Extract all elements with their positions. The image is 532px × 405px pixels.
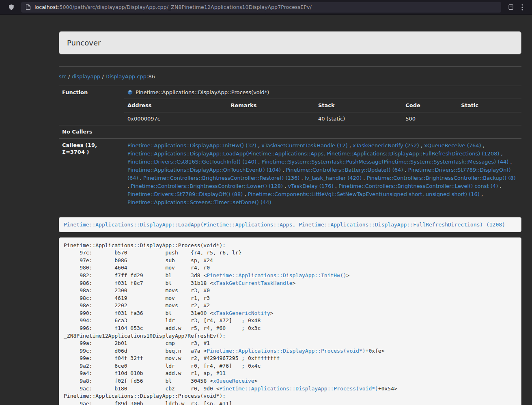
stats-header-remarks: Remarks: [228, 99, 315, 112]
stats-header-static: Static: [458, 99, 521, 112]
breadcrumb-line-number: :86: [146, 73, 155, 80]
breadcrumb-link-file[interactable]: DisplayApp.cpp: [106, 73, 146, 80]
callee-link[interactable]: Pinetime::Controllers::BrightnessControl…: [143, 175, 299, 181]
callee-separator: ,: [138, 175, 143, 181]
callee-separator: ,: [508, 159, 512, 165]
url-bar[interactable]: localhost:5000/path/src/displayapp/Displ…: [21, 2, 501, 13]
stats-value-static: [458, 112, 521, 125]
assembly-symbol-link[interactable]: xTaskGenericNotify: [213, 310, 270, 316]
callee-link[interactable]: xTaskGenericNotify (252): [353, 142, 419, 149]
function-row-label: Function: [59, 86, 124, 125]
assembly-symbol-link[interactable]: xQueueReceive: [213, 378, 254, 384]
callee-link[interactable]: Pinetime::Controllers::BrightnessControl…: [338, 183, 498, 189]
content-container: Puncover src / displayapp / DisplayApp.c…: [59, 15, 521, 405]
stats-value-address: 0x0000097c: [124, 112, 228, 125]
function-icon: [127, 90, 133, 95]
function-title-line: Pinetime::Applications::DisplayApp::Proc…: [124, 86, 521, 99]
shield-icon: [9, 4, 14, 10]
url-text: localhost:5000/path/src/displayapp/Displ…: [34, 4, 312, 10]
callee-separator: ,: [256, 142, 261, 149]
assembly-symbol-link[interactable]: xTaskGetCurrentTaskHandle: [213, 280, 293, 286]
callee-separator: ,: [481, 142, 485, 149]
callees-label: Callees (19, Σ=3704 ): [59, 138, 124, 209]
callee-separator: ,: [243, 191, 248, 197]
breadcrumb-link-src[interactable]: src: [59, 73, 67, 80]
loadapp-highlight-link[interactable]: Pinetime::Applications::DisplayApp::Load…: [64, 222, 505, 228]
callee-link[interactable]: Pinetime::Controllers::BrightnessControl…: [131, 183, 283, 189]
stats-header-code: Code: [402, 99, 458, 112]
menu-button[interactable]: [517, 2, 528, 13]
callee-link[interactable]: Pinetime::Controllers::Battery::Update()…: [286, 167, 403, 173]
callee-separator: ,: [283, 183, 288, 189]
callee-link[interactable]: Pinetime::Drivers::Cst816S::GetTouchInfo…: [127, 159, 256, 165]
callee-link[interactable]: xTaskGetCurrentTaskHandle (12): [261, 142, 347, 149]
stats-header-address: Address: [124, 99, 228, 112]
assembly-code: Pinetime::Applications::DisplayApp::Proc…: [59, 237, 521, 405]
callee-separator: ,: [348, 142, 353, 149]
assembly-symbol-link[interactable]: Pinetime::Applications::DisplayApp::Proc…: [207, 348, 365, 354]
page-info-icon[interactable]: [25, 2, 31, 13]
breadcrumb-separator: /: [67, 73, 72, 80]
callee-separator: ,: [500, 151, 503, 157]
callee-link[interactable]: Pinetime::Applications::DisplayApp::Load…: [127, 151, 500, 157]
assembly-symbol-link[interactable]: Pinetime::Applications::DisplayApp::Init…: [207, 272, 346, 278]
callee-separator: ,: [403, 167, 408, 173]
app-title: Puncover: [67, 39, 101, 47]
callee-separator: ,: [498, 183, 501, 189]
url-host: localhost: [34, 4, 58, 10]
callee-link[interactable]: Pinetime::System::SystemTask::PushMessag…: [262, 159, 509, 165]
callee-link[interactable]: Pinetime::Applications::Screens::Timer::…: [127, 199, 271, 205]
callee-separator: ,: [334, 183, 338, 189]
stats-header-row: Address Remarks Stack Code Static: [124, 99, 521, 112]
breadcrumb: src / displayapp / DisplayApp.cpp:86: [59, 73, 521, 80]
breadcrumb-link-displayapp[interactable]: displayapp: [72, 73, 101, 80]
callee-link[interactable]: vTaskDelay (176): [288, 183, 334, 189]
callee-link[interactable]: Pinetime::Drivers::St7789::DisplayOff() …: [127, 191, 243, 197]
no-callers-row: No Callers: [59, 125, 521, 139]
breadcrumb-separator: /: [100, 73, 106, 80]
callee-link[interactable]: Pinetime::Controllers::BrightnessControl…: [367, 175, 516, 181]
assembly-symbol-link[interactable]: Pinetime::Applications::DisplayApp::Proc…: [220, 386, 378, 392]
reader-mode-icon: [508, 4, 514, 10]
callee-separator: ,: [256, 159, 261, 165]
function-row: Function Pinetime::Applications::Display…: [59, 86, 521, 125]
stats-header-stack: Stack: [315, 99, 402, 112]
function-name: Pinetime::Applications::DisplayApp::Proc…: [136, 89, 269, 96]
symbol-table: Function Pinetime::Applications::Display…: [59, 86, 521, 209]
callee-separator: ,: [281, 167, 286, 173]
stats-value-remarks: [228, 112, 315, 125]
callees-list: Pinetime::Applications::DisplayApp::Init…: [124, 138, 521, 209]
stats-value-code: 500: [402, 112, 458, 125]
kebab-menu-icon: [521, 4, 523, 11]
callee-link[interactable]: Pinetime::Applications::DisplayApp::OnTo…: [127, 167, 281, 173]
browser-chrome: localhost:5000/path/src/displayapp/Displ…: [0, 0, 532, 15]
reader-mode-button[interactable]: [505, 2, 517, 13]
tracking-shield-button[interactable]: [6, 2, 17, 13]
url-path: :5000/path/src/displayapp/DisplayApp.cpp…: [58, 4, 312, 10]
callee-separator: ,: [419, 142, 424, 149]
no-callers-label: No Callers: [59, 125, 124, 139]
callee-separator: ,: [362, 175, 366, 181]
app-banner: Puncover: [59, 31, 521, 54]
stats-value-stack: 40 (static): [315, 112, 402, 125]
stats-table: Address Remarks Stack Code Static 0x0000…: [124, 99, 521, 125]
callee-link[interactable]: lv_task_handler (420): [305, 175, 362, 181]
divider-rule: [59, 66, 521, 67]
highlight-block: Pinetime::Applications::DisplayApp::Load…: [59, 217, 521, 232]
callee-link[interactable]: Pinetime::Components::LittleVgl::SetNewT…: [248, 191, 480, 197]
callee-separator: ,: [480, 191, 483, 197]
page-content: Puncover src / displayapp / DisplayApp.c…: [0, 15, 532, 405]
callee-link[interactable]: xQueueReceive (764): [424, 142, 481, 149]
callee-separator: ,: [299, 175, 304, 181]
callee-link[interactable]: Pinetime::Applications::DisplayApp::Init…: [127, 142, 256, 149]
stats-value-row: 0x0000097c 40 (static) 500: [124, 112, 521, 125]
callees-row: Callees (19, Σ=3704 ) Pinetime::Applicat…: [59, 138, 521, 209]
no-callers-cell: [124, 125, 521, 139]
